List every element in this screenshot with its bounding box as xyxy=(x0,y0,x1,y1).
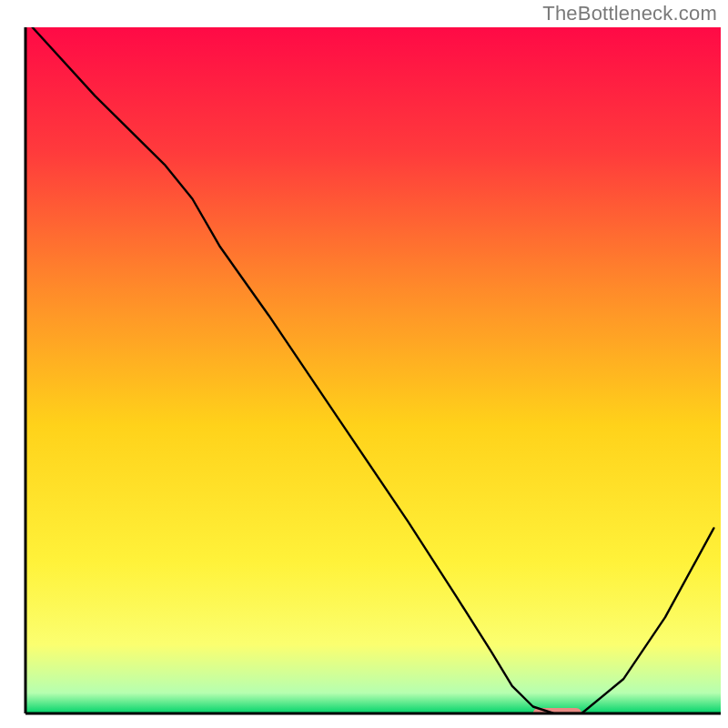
bottleneck-chart xyxy=(0,0,728,728)
